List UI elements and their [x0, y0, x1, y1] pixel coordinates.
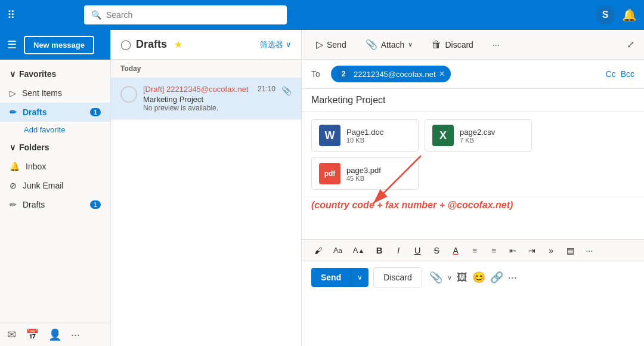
- top-bar: ⠿ 🔍 S 🔔: [0, 0, 644, 30]
- email-list-header: ◯ Drafts ★ 筛选器 ∨: [111, 30, 301, 60]
- email-item[interactable]: [Draft] 22212345@cocofax.net 21:10 Marke…: [111, 78, 301, 120]
- chevron-right-icon: ∨: [10, 143, 16, 152]
- more-toolbar-button[interactable]: ···: [488, 38, 504, 52]
- drafts2-badge: 1: [90, 200, 101, 209]
- bcc-button[interactable]: Bcc: [621, 69, 634, 79]
- discard-toolbar-label: Discard: [445, 40, 473, 50]
- cc-bcc: Cc Bcc: [606, 69, 634, 79]
- avatar[interactable]: S: [596, 5, 615, 24]
- font-larger-button[interactable]: A▲: [350, 244, 367, 257]
- cc-button[interactable]: Cc: [606, 69, 616, 79]
- add-favorite-link[interactable]: Add favorite: [0, 122, 110, 138]
- expand-icon[interactable]: ⤢: [627, 39, 634, 50]
- to-field: To 2 22212345@cocofax.net × Cc Bcc: [302, 60, 644, 89]
- send-button[interactable]: Send: [311, 268, 351, 287]
- compose-toolbar: ▷ Send 📎 Attach ∨ 🗑 Discard ··· ⤢: [302, 30, 644, 60]
- italic-button[interactable]: I: [391, 243, 405, 257]
- email-content: [Draft] 22212345@cocofax.net 21:10 Marke…: [143, 85, 275, 112]
- attach-icon: 📎: [366, 39, 377, 50]
- send-icon: ▷: [316, 39, 323, 50]
- settings-icon[interactable]: 🔔: [622, 8, 637, 22]
- send-bar-icons: 📎 ∨ 🖼 😊 🔗 ···: [429, 271, 517, 284]
- underline-button[interactable]: U: [410, 243, 425, 257]
- send-bar: Send ∨ Discard 📎 ∨ 🖼 😊 🔗 ···: [302, 261, 644, 294]
- search-input[interactable]: [106, 10, 280, 20]
- attachments-area: W Page1.doc 10 KB X page2.csv 7 KB pdf p…: [302, 112, 644, 197]
- file-size-3: 45 KB: [346, 175, 381, 182]
- format-paint-button[interactable]: 🖌: [311, 244, 326, 257]
- sidebar-bottom: ✉ 📅 👤 ···: [0, 323, 110, 346]
- filter-button[interactable]: 筛选器 ∨: [260, 39, 292, 50]
- subject-field[interactable]: Marketing Project: [302, 89, 644, 112]
- search-box: 🔍: [84, 5, 287, 24]
- quote-button[interactable]: »: [544, 244, 558, 257]
- font-smaller-button[interactable]: Aa: [330, 244, 345, 257]
- sidebar: ☰ New message ∨ Favorites ▷ Sent Items ✏…: [0, 30, 111, 346]
- sidebar-item-sent[interactable]: ▷ Sent Items: [0, 84, 110, 103]
- drafts2-icon: ✏: [10, 200, 17, 209]
- mail-icon[interactable]: ✉: [7, 328, 16, 341]
- sidebar-item-drafts[interactable]: ✏ Drafts 1: [0, 103, 110, 122]
- ellipsis-icon: ···: [493, 40, 500, 50]
- font-color-button[interactable]: A: [448, 244, 463, 257]
- annotation-area: (country code + fax number + @cocofax.ne…: [302, 197, 644, 239]
- indent-inc-button[interactable]: ⇥: [525, 244, 539, 257]
- favorites-group[interactable]: ∨ Favorites: [0, 64, 110, 84]
- sidebar-item-drafts2[interactable]: ✏ Drafts 1: [0, 195, 110, 214]
- calendar-icon[interactable]: 📅: [26, 328, 39, 341]
- hamburger-icon[interactable]: ☰: [7, 38, 17, 51]
- drafts-badge: 1: [90, 108, 101, 116]
- strikethrough-button[interactable]: S: [429, 244, 444, 257]
- discard-toolbar-button[interactable]: 🗑 Discard: [427, 37, 478, 52]
- discard-button[interactable]: Discard: [373, 267, 422, 288]
- junk-icon: ⊘: [10, 181, 17, 190]
- file-name-3: page3.pdf: [346, 166, 381, 175]
- link-icon[interactable]: 🔗: [490, 271, 503, 284]
- image-icon[interactable]: 🖼: [457, 271, 467, 284]
- send-toolbar-button[interactable]: ▷ Send: [311, 36, 351, 52]
- filter-label: 筛选器: [260, 39, 283, 50]
- email-meta: [Draft] 22212345@cocofax.net 21:10: [143, 85, 275, 94]
- file-info-3: page3.pdf 45 KB: [346, 166, 381, 182]
- right-align-button[interactable]: ▤: [563, 244, 577, 257]
- emoji-icon[interactable]: 😊: [472, 271, 485, 284]
- new-message-button[interactable]: New message: [24, 36, 94, 54]
- align-left-button[interactable]: ≡: [467, 244, 482, 257]
- send-dropdown-button[interactable]: ∨: [351, 268, 369, 287]
- pdf-icon: pdf: [319, 163, 340, 184]
- trash-icon: 🗑: [432, 39, 441, 50]
- send-more-icon[interactable]: ···: [508, 271, 517, 284]
- junk-label: Junk Email: [23, 181, 63, 190]
- file-name: Page1.doc: [346, 128, 383, 137]
- attachment-word[interactable]: W Page1.doc 10 KB: [311, 119, 419, 152]
- email-preview: No preview is available.: [143, 104, 275, 112]
- sidebar-header: ☰ New message: [0, 30, 110, 60]
- bold-button[interactable]: B: [372, 243, 386, 257]
- attachment-pdf[interactable]: pdf page3.pdf 45 KB: [311, 157, 419, 190]
- attach-chevron-icon2[interactable]: ∨: [447, 274, 452, 282]
- main-wrapper: ☰ New message ∨ Favorites ▷ Sent Items ✏…: [0, 30, 644, 346]
- recipient-count: 2: [337, 67, 350, 81]
- drafts-icon: ✏: [10, 107, 17, 117]
- chevron-down-icon: ∨: [10, 69, 16, 79]
- attachment-excel[interactable]: X page2.csv 7 KB: [425, 119, 532, 152]
- sidebar-item-inbox[interactable]: 🔔 Inbox: [0, 157, 110, 176]
- drafts2-label: Drafts: [23, 200, 45, 209]
- email-list-panel: ◯ Drafts ★ 筛选器 ∨ Today [Draft] 22212345@…: [111, 30, 302, 346]
- attach-toolbar-label: Attach: [381, 40, 405, 50]
- people-icon[interactable]: 👤: [48, 328, 61, 341]
- paperclip-icon[interactable]: 📎: [429, 271, 442, 284]
- format-more-button[interactable]: ···: [582, 244, 596, 257]
- align-center-button[interactable]: ≡: [487, 244, 501, 257]
- folders-group[interactable]: ∨ Folders: [0, 138, 110, 157]
- indent-dec-button[interactable]: ⇤: [506, 244, 520, 257]
- file-info: Page1.doc 10 KB: [346, 128, 383, 144]
- chip-close-icon[interactable]: ×: [439, 69, 445, 79]
- sidebar-item-junk[interactable]: ⊘ Junk Email: [0, 176, 110, 195]
- recipient-chip[interactable]: 2 22212345@cocofax.net ×: [331, 66, 451, 82]
- grid-icon[interactable]: ⠿: [7, 8, 15, 21]
- star-icon[interactable]: ★: [174, 39, 182, 50]
- to-label: To: [311, 69, 326, 79]
- more-icon[interactable]: ···: [71, 329, 80, 341]
- attach-toolbar-button[interactable]: 📎 Attach ∨: [361, 36, 418, 52]
